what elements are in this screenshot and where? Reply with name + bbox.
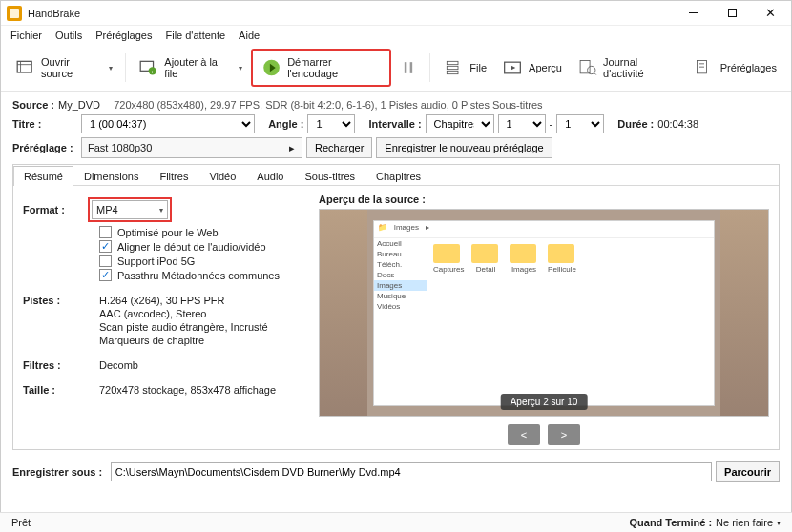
range-label: Intervalle : <box>369 118 422 130</box>
add-queue-icon: + <box>138 58 158 77</box>
duration-label: Durée : <box>617 118 654 130</box>
track-2: Scan piste audio étrangère, Incrusté <box>99 321 268 333</box>
queue-button[interactable]: File <box>436 53 493 82</box>
chevron-right-icon: ▸ <box>282 142 302 154</box>
menu-file-attente[interactable]: File d'attente <box>159 28 231 43</box>
browse-button[interactable]: Parcourir <box>716 461 780 482</box>
svg-rect-12 <box>448 71 459 73</box>
checkbox-web-label: Optimisé pour le Web <box>117 227 219 238</box>
open-source-button[interactable]: Ouvrir source ▾ <box>9 51 119 84</box>
menu-prereglages[interactable]: Préréglages <box>90 28 157 43</box>
tab-filtres[interactable]: Filtres <box>149 166 198 186</box>
checkbox-web-optimised[interactable]: Optimisé pour le Web <box>99 226 309 238</box>
save-preset-button[interactable]: Enregistrer le nouveau préréglage <box>376 137 552 158</box>
presets-icon <box>694 58 715 77</box>
preview-next-button[interactable]: > <box>548 424 580 445</box>
preview-badge: Aperçu 2 sur 10 <box>501 394 588 410</box>
tab-soustitres[interactable]: Sous-titres <box>294 166 365 186</box>
play-icon <box>261 58 281 77</box>
preview-decor-left <box>320 210 367 416</box>
format-value: MP4 <box>96 204 118 215</box>
add-queue-button[interactable]: + Ajouter à la file ▾ <box>132 51 249 84</box>
checkbox-ipod5g[interactable]: Support iPod 5G <box>99 255 309 267</box>
source-label: Source : <box>12 99 54 111</box>
preview-frame[interactable]: 📁 Images ▸ Accueil Bureau Téléch. Docs I… <box>373 220 715 406</box>
menu-bar: Fichier Outils Préréglages File d'attent… <box>1 26 791 45</box>
when-done-value: Ne rien faire <box>716 517 773 528</box>
window-controls: ✕ <box>675 1 789 26</box>
svg-text:+: + <box>151 69 155 74</box>
tab-bar: Résumé Dimensions Filtres Vidéo Audio So… <box>13 165 779 186</box>
chevron-down-icon[interactable]: ▾ <box>777 519 781 527</box>
chevron-down-icon: ▾ <box>109 64 113 72</box>
toolbar: Ouvrir source ▾ + Ajouter à la file ▾ Dé… <box>1 45 791 92</box>
pause-button[interactable] <box>393 53 424 82</box>
duration-value: 00:04:38 <box>657 118 698 130</box>
svg-rect-11 <box>448 66 459 69</box>
title-bar: HandBrake ✕ <box>1 1 791 26</box>
range-from-select[interactable]: 1 <box>498 114 546 133</box>
queue-label: File <box>469 62 487 73</box>
filters-value: Decomb <box>99 359 138 371</box>
status-text: Prêt <box>11 517 31 528</box>
svg-rect-10 <box>448 61 459 64</box>
start-encode-highlight: Démarrer l'encodage <box>251 49 391 87</box>
range-type-select[interactable]: Chapitres <box>426 114 494 133</box>
svg-rect-8 <box>405 62 407 73</box>
range-dash: - <box>550 118 553 130</box>
log-icon <box>577 58 597 77</box>
preview-label: Aperçu de la source : <box>319 194 769 205</box>
title-label: Titre : <box>12 118 77 130</box>
preview-prev-button[interactable]: < <box>508 424 540 445</box>
preset-select[interactable]: Fast 1080p30 ▸ <box>81 137 302 158</box>
close-button[interactable]: ✕ <box>751 1 789 26</box>
tab-chapitres[interactable]: Chapitres <box>365 166 431 186</box>
format-select[interactable]: MP4 ▾ <box>92 200 168 219</box>
chevron-down-icon: ▾ <box>239 64 242 72</box>
saveas-label: Enregistrer sous : <box>12 466 107 478</box>
angle-select[interactable]: 1 <box>307 114 355 133</box>
tabset: Résumé Dimensions Filtres Vidéo Audio So… <box>12 164 780 450</box>
start-encode-button[interactable]: Démarrer l'encodage <box>255 51 387 84</box>
preview-button[interactable]: Aperçu <box>495 53 569 82</box>
checkbox-align-av[interactable]: Aligner le début de l'audio/vidéo <box>99 240 309 253</box>
tab-dimensions[interactable]: Dimensions <box>73 166 149 186</box>
minimize-button[interactable] <box>675 1 713 26</box>
track-1: AAC (avcodec), Stereo <box>99 308 207 319</box>
presets-button[interactable]: Préréglages <box>687 53 783 82</box>
svg-rect-0 <box>17 61 31 72</box>
checkbox-align-label: Aligner le début de l'audio/vidéo <box>117 241 266 253</box>
maximize-button[interactable] <box>713 1 751 26</box>
saveas-input[interactable] <box>111 462 712 481</box>
checkbox-meta-label: Passthru Métadonnées communes <box>117 270 280 281</box>
title-select[interactable]: 1 (00:04:37) <box>81 114 255 133</box>
checkbox-ipod-label: Support iPod 5G <box>117 256 195 267</box>
tab-audio[interactable]: Audio <box>246 166 294 186</box>
activity-log-button[interactable]: Journal d'activité <box>571 51 685 84</box>
svg-marker-14 <box>511 66 515 71</box>
queue-icon <box>443 58 464 77</box>
angle-label: Angle : <box>268 118 303 130</box>
preset-label: Préréglage : <box>12 142 77 153</box>
svg-rect-15 <box>580 61 590 73</box>
track-3: Marqueurs de chapitre <box>99 335 204 346</box>
app-icon <box>7 6 22 21</box>
format-highlight: MP4 ▾ <box>88 197 172 222</box>
menu-fichier[interactable]: Fichier <box>5 28 48 43</box>
preset-value: Fast 1080p30 <box>88 142 152 153</box>
presets-label: Préréglages <box>720 62 777 73</box>
size-label: Taille : <box>23 384 99 396</box>
tab-video[interactable]: Vidéo <box>198 166 246 186</box>
pause-icon <box>398 58 419 77</box>
preview-icon <box>502 58 523 77</box>
checkbox-passthru-meta[interactable]: Passthru Métadonnées communes <box>99 269 309 281</box>
chevron-down-icon: ▾ <box>159 206 163 215</box>
tab-resume[interactable]: Résumé <box>13 166 73 186</box>
reload-preset-button[interactable]: Recharger <box>306 137 372 158</box>
range-to-select[interactable]: 1 <box>556 114 604 133</box>
menu-aide[interactable]: Aide <box>233 28 265 43</box>
filters-label: Filtres : <box>23 359 99 371</box>
svg-line-17 <box>594 72 596 75</box>
menu-outils[interactable]: Outils <box>50 28 88 43</box>
when-done-label: Quand Terminé : <box>629 517 712 528</box>
